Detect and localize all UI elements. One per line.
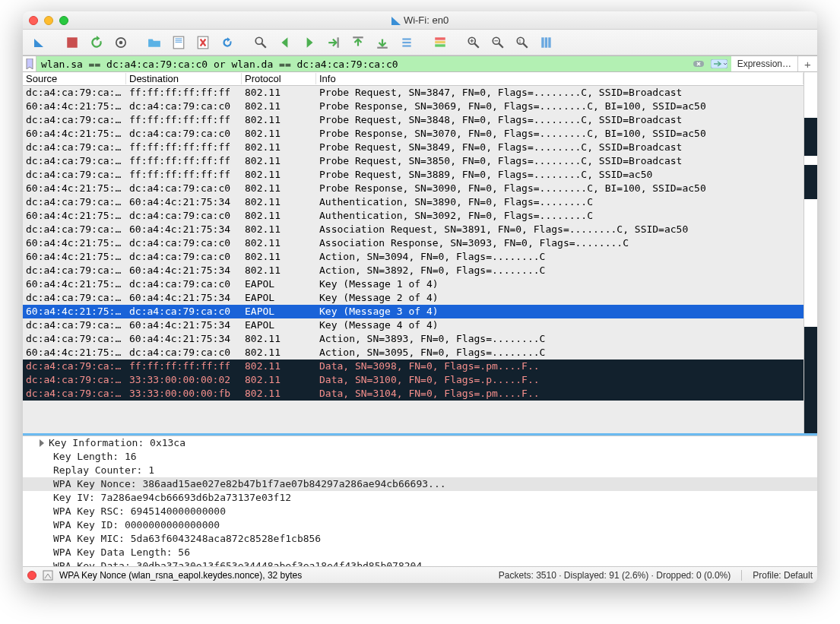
coloring-button[interactable] bbox=[429, 33, 452, 52]
table-row[interactable]: 60:a4:4c:21:75:…dc:a4:ca:79:ca:c0EAPOLKe… bbox=[23, 305, 804, 318]
svg-rect-16 bbox=[435, 37, 445, 40]
expression-button[interactable]: Expression… bbox=[737, 59, 791, 69]
svg-text:1: 1 bbox=[518, 38, 521, 43]
table-row[interactable]: dc:a4:ca:79:ca:…60:a4:4c:21:75:34802.11A… bbox=[23, 195, 804, 209]
autoscroll-button[interactable] bbox=[395, 33, 418, 52]
table-row[interactable]: dc:a4:ca:79:ca:…ff:ff:ff:ff:ff:ff802.11P… bbox=[23, 141, 804, 154]
table-row[interactable]: 60:a4:4c:21:75:…dc:a4:ca:79:ca:c0802.11A… bbox=[23, 209, 804, 223]
svg-rect-15 bbox=[402, 45, 410, 46]
svg-line-20 bbox=[474, 43, 479, 48]
expand-arrow-icon[interactable] bbox=[40, 439, 44, 447]
svg-line-9 bbox=[262, 43, 266, 48]
find-button[interactable] bbox=[249, 33, 272, 52]
table-row[interactable]: dc:a4:ca:79:ca:…ff:ff:ff:ff:ff:ff802.11P… bbox=[23, 113, 804, 127]
table-row[interactable]: 60:a4:4c:21:75:…dc:a4:ca:79:ca:c0802.11A… bbox=[23, 250, 804, 264]
table-row[interactable]: dc:a4:ca:79:ca:…60:a4:4c:21:75:34802.11A… bbox=[23, 223, 804, 236]
header-destination[interactable]: Destination bbox=[126, 73, 242, 84]
svg-rect-30 bbox=[545, 37, 547, 48]
detail-row[interactable]: WPA Key RSC: 6945140000000000 bbox=[23, 505, 817, 518]
svg-line-24 bbox=[499, 43, 503, 48]
status-field: WPA Key Nonce (wlan_rsna_eapol.keydes.no… bbox=[59, 570, 302, 581]
close-file-button[interactable] bbox=[192, 33, 214, 52]
status-profile[interactable]: Profile: Default bbox=[753, 570, 813, 581]
zoom-out-button[interactable] bbox=[487, 33, 509, 52]
go-last-button[interactable] bbox=[371, 33, 394, 52]
main-toolbar: 1 bbox=[23, 30, 817, 55]
table-row[interactable]: dc:a4:ca:79:ca:…ff:ff:ff:ff:ff:ff802.11P… bbox=[23, 154, 804, 168]
goto-packet-button[interactable] bbox=[322, 33, 345, 52]
stop-button[interactable] bbox=[61, 33, 84, 52]
table-row[interactable]: 60:a4:4c:21:75:…dc:a4:ca:79:ca:c0802.11A… bbox=[23, 346, 804, 360]
table-row[interactable]: dc:a4:ca:79:ca:…60:a4:4c:21:75:34802.11A… bbox=[23, 332, 804, 346]
svg-rect-13 bbox=[402, 38, 410, 40]
wireshark-logo-icon[interactable] bbox=[27, 33, 50, 52]
table-row[interactable]: dc:a4:ca:79:ca:…ff:ff:ff:ff:ff:ff802.11D… bbox=[23, 360, 804, 373]
go-first-button[interactable] bbox=[347, 33, 369, 52]
add-filter-button[interactable]: + bbox=[797, 56, 811, 71]
table-row[interactable]: dc:a4:ca:79:ca:…60:a4:4c:21:75:34EAPOLKe… bbox=[23, 291, 804, 305]
detail-row[interactable]: WPA Key Nonce: 386aad15ae027e82b47b1f7ae… bbox=[23, 477, 817, 491]
status-packets: Packets: 3510 · Displayed: 91 (2.6%) · D… bbox=[499, 570, 731, 581]
display-filter-input[interactable] bbox=[36, 56, 690, 71]
detail-row[interactable]: WPA Key ID: 0000000000000000 bbox=[23, 518, 817, 532]
svg-rect-10 bbox=[338, 37, 339, 48]
packet-list-pane: Source Destination Protocol Info dc:a4:c… bbox=[23, 72, 817, 436]
table-row[interactable]: 60:a4:4c:21:75:…dc:a4:ca:79:ca:c0802.11P… bbox=[23, 100, 804, 113]
svg-rect-11 bbox=[353, 36, 363, 38]
prev-button[interactable] bbox=[274, 33, 296, 52]
svg-point-8 bbox=[255, 37, 262, 44]
titlebar: Wi-Fi: en0 bbox=[23, 11, 817, 30]
table-row[interactable]: dc:a4:ca:79:ca:…60:a4:4c:21:75:34EAPOLKe… bbox=[23, 318, 804, 332]
wireshark-fin-icon bbox=[391, 17, 401, 25]
zoom-in-button[interactable] bbox=[462, 33, 485, 52]
svg-rect-31 bbox=[548, 37, 550, 48]
detail-row[interactable]: Key Length: 16 bbox=[23, 450, 817, 464]
restart-button[interactable] bbox=[85, 33, 108, 52]
table-row[interactable]: dc:a4:ca:79:ca:…ff:ff:ff:ff:ff:ff802.11P… bbox=[23, 86, 804, 100]
table-row[interactable]: 60:a4:4c:21:75:…dc:a4:ca:79:ca:c0802.11A… bbox=[23, 236, 804, 250]
filter-clear-button[interactable] bbox=[690, 56, 707, 71]
detail-row[interactable]: WPA Key Data: 30dba37a30e13f653e34448abe… bbox=[23, 559, 817, 566]
filter-apply-dropdown[interactable] bbox=[707, 56, 731, 71]
reload-button[interactable] bbox=[216, 33, 239, 52]
table-row[interactable]: dc:a4:ca:79:ca:…33:33:00:00:00:02802.11D… bbox=[23, 373, 804, 387]
svg-rect-14 bbox=[402, 41, 410, 43]
table-row[interactable]: dc:a4:ca:79:ca:…60:a4:4c:21:75:34802.11A… bbox=[23, 264, 804, 277]
detail-row[interactable]: Key Information: 0x13ca bbox=[23, 436, 817, 450]
capture-status-icon[interactable] bbox=[27, 571, 36, 580]
svg-rect-34 bbox=[43, 571, 52, 580]
detail-row[interactable]: WPA Key MIC: 5da63f6043248aca872c8528ef1… bbox=[23, 532, 817, 546]
header-protocol[interactable]: Protocol bbox=[242, 73, 316, 84]
svg-rect-18 bbox=[435, 44, 445, 46]
zoom-reset-button[interactable]: 1 bbox=[511, 33, 534, 52]
detail-row[interactable]: Key IV: 7a286ae94cb66693d6b2a73137e03f12 bbox=[23, 491, 817, 505]
table-row[interactable]: 60:a4:4c:21:75:…dc:a4:ca:79:ca:c0802.11P… bbox=[23, 127, 804, 141]
table-row[interactable]: dc:a4:ca:79:ca:…33:33:00:00:00:fb802.11D… bbox=[23, 387, 804, 401]
header-info[interactable]: Info bbox=[316, 73, 804, 84]
detail-row[interactable]: WPA Key Data Length: 56 bbox=[23, 546, 817, 559]
table-row[interactable]: 60:a4:4c:21:75:…dc:a4:ca:79:ca:c0EAPOLKe… bbox=[23, 277, 804, 291]
svg-rect-17 bbox=[435, 40, 445, 43]
table-row[interactable]: 60:a4:4c:21:75:…dc:a4:ca:79:ca:c0802.11P… bbox=[23, 182, 804, 195]
svg-rect-12 bbox=[377, 46, 388, 48]
svg-rect-5 bbox=[176, 40, 182, 40]
options-button[interactable] bbox=[109, 33, 132, 52]
filter-bookmark-icon[interactable] bbox=[23, 56, 36, 71]
svg-rect-29 bbox=[541, 37, 544, 48]
packet-list-header[interactable]: Source Destination Protocol Info bbox=[23, 72, 804, 86]
open-file-button[interactable] bbox=[143, 33, 166, 52]
header-source[interactable]: Source bbox=[23, 73, 126, 84]
save-button[interactable] bbox=[167, 33, 190, 52]
expert-info-icon[interactable] bbox=[43, 570, 53, 581]
resize-columns-button[interactable] bbox=[535, 33, 558, 52]
status-divider bbox=[741, 570, 742, 581]
svg-line-27 bbox=[523, 43, 528, 48]
packet-minimap[interactable] bbox=[804, 72, 817, 433]
window-title: Wi-Fi: en0 bbox=[404, 14, 449, 26]
status-bar: WPA Key Nonce (wlan_rsna_eapol.keydes.no… bbox=[23, 566, 817, 583]
packet-details-pane[interactable]: Key Information: 0x13caKey Length: 16Rep… bbox=[23, 436, 817, 566]
table-row[interactable]: dc:a4:ca:79:ca:…ff:ff:ff:ff:ff:ff802.11P… bbox=[23, 168, 804, 182]
next-button[interactable] bbox=[298, 33, 321, 52]
svg-rect-0 bbox=[67, 37, 78, 48]
detail-row[interactable]: Replay Counter: 1 bbox=[23, 464, 817, 477]
